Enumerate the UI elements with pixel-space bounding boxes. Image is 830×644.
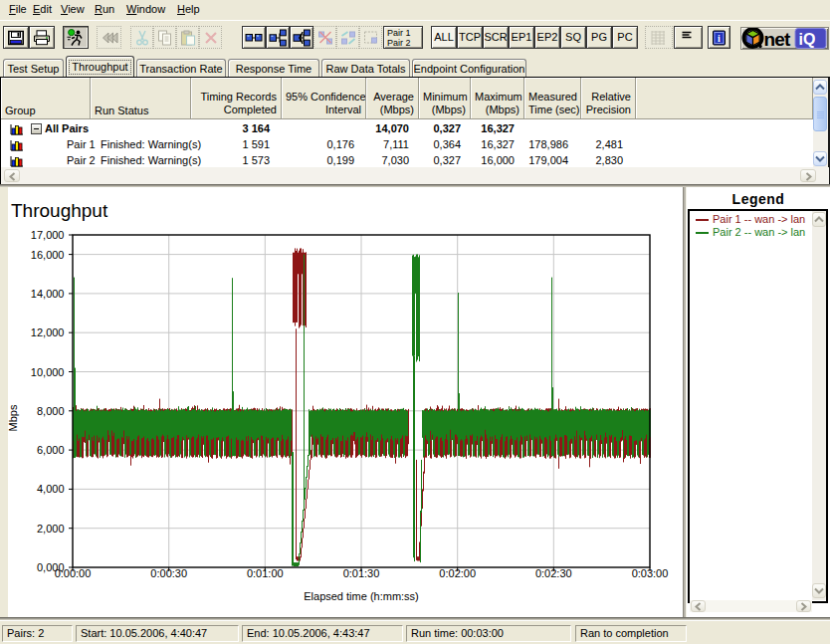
svg-text:Elapsed time (h:mm:ss): Elapsed time (h:mm:ss): [304, 590, 419, 602]
svg-text:12,000: 12,000: [31, 326, 65, 338]
svg-text:8,000: 8,000: [37, 405, 65, 417]
svg-text:2,000: 2,000: [37, 523, 65, 535]
svg-text:iQ: iQ: [799, 31, 816, 48]
svg-text:10,000: 10,000: [31, 366, 65, 378]
svg-text:net: net: [764, 29, 792, 50]
svg-text:Mbps: Mbps: [7, 404, 19, 431]
svg-text:4,000: 4,000: [37, 483, 65, 495]
svg-text:Throughput: Throughput: [11, 200, 108, 221]
svg-text:14,000: 14,000: [31, 288, 65, 300]
svg-text:6,000: 6,000: [37, 444, 65, 456]
svg-text:17,000: 17,000: [31, 229, 65, 241]
svg-text:16,000: 16,000: [31, 249, 65, 261]
svg-text:i: i: [718, 33, 721, 44]
